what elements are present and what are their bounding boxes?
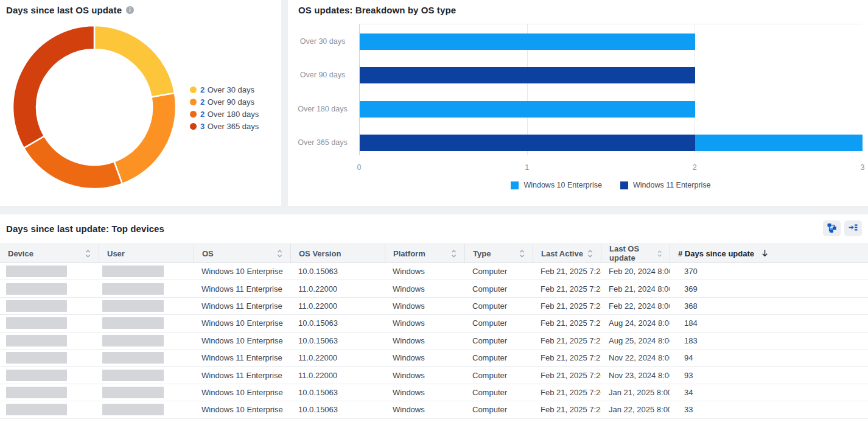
bar-segment[interactable] — [360, 101, 695, 118]
legend-label: Windows 10 Enterprise — [523, 181, 602, 189]
sort-desc-icon — [761, 249, 768, 258]
cell-os: Windows 10 Enterprise — [194, 401, 290, 418]
column-header-last-active[interactable]: Last Active — [533, 244, 601, 262]
column-header-platform[interactable]: Platform — [385, 244, 464, 262]
cell-os_version: 10.0.15063 — [290, 384, 385, 401]
bar-legend: Windows 10 EnterpriseWindows 11 Enterpri… — [359, 181, 863, 189]
column-header--days-since-update[interactable]: # Days since update — [670, 244, 868, 262]
table-title: Days since last update: Top devices — [6, 223, 164, 234]
column-header-os-version[interactable]: OS Version — [290, 244, 385, 262]
donut-legend-item[interactable]: 2 Over 30 days — [190, 83, 259, 96]
legend-swatch — [190, 123, 197, 130]
redacted-device-placeholder — [6, 404, 67, 415]
redacted-device-placeholder — [6, 317, 67, 329]
cell-days: 368 — [670, 298, 868, 314]
cell-last_os_update: Aug 24, 2024 8:00 AM — [601, 315, 670, 331]
hierarchy-view-button[interactable] — [823, 220, 841, 236]
legend-swatch — [620, 181, 628, 189]
cell-days: 369 — [670, 280, 868, 297]
cell-os_version: 10.0.15063 — [290, 401, 385, 418]
table-row[interactable]: Windows 11 Enterprise11.0.22000WindowsCo… — [0, 280, 868, 297]
donut-segment-0[interactable] — [94, 26, 175, 97]
redacted-user-placeholder — [102, 283, 164, 295]
column-label: Last OS update — [609, 244, 657, 262]
cell-last_active: Feb 21, 2025 7:27 PM — [533, 332, 601, 349]
cell-days: 34 — [670, 384, 868, 401]
table-row[interactable]: Windows 10 Enterprise10.0.15063WindowsCo… — [0, 384, 868, 401]
redacted-device-placeholder — [6, 370, 67, 381]
column-label: Device — [8, 249, 33, 258]
cell-days: 33 — [670, 401, 868, 418]
donut-segment-1[interactable] — [114, 93, 177, 184]
sort-icon — [519, 249, 525, 258]
bar-segment[interactable] — [695, 135, 863, 151]
cell-os_version: 11.0.22000 — [290, 350, 385, 366]
donut-legend-item[interactable]: 2 Over 180 days — [190, 108, 259, 120]
cell-days: 183 — [670, 332, 868, 349]
column-header-user[interactable]: User — [99, 244, 194, 262]
table-row[interactable]: Windows 11 Enterprise11.0.22000WindowsCo… — [0, 298, 868, 315]
x-tick-label: 3 — [861, 163, 865, 172]
cell-days: 94 — [670, 350, 868, 366]
bar-segment[interactable] — [360, 33, 695, 50]
cell-type: Computer — [464, 332, 533, 349]
column-header-type[interactable]: Type — [464, 244, 533, 262]
cell-last_os_update: Feb 22, 2024 8:00 AM — [601, 298, 670, 314]
donut-legend-item[interactable]: 2 Over 90 days — [190, 96, 259, 108]
donut-segment-2[interactable] — [24, 136, 122, 189]
table-row[interactable]: Windows 10 Enterprise10.0.15063WindowsCo… — [0, 263, 868, 280]
redacted-user-placeholder — [102, 266, 164, 277]
cell-last_active: Feb 21, 2025 7:27 PM — [533, 315, 601, 331]
cell-os_version: 10.0.15063 — [290, 263, 385, 280]
cell-platform: Windows — [385, 401, 464, 418]
cell-platform: Windows — [385, 367, 464, 383]
cell-os: Windows 11 Enterprise — [194, 298, 290, 314]
table-row[interactable]: Windows 10 Enterprise10.0.15063WindowsCo… — [0, 332, 868, 350]
cell-last_os_update: Feb 21, 2024 8:00 AM — [601, 280, 670, 297]
x-tick-label: 1 — [525, 163, 529, 172]
legend-text: 2 Over 30 days — [200, 84, 254, 95]
cell-os_version: 11.0.22000 — [290, 298, 385, 314]
bar-segment[interactable] — [360, 67, 695, 83]
cell-last_active: Feb 21, 2025 7:28 PM — [533, 298, 601, 314]
legend-swatch — [190, 86, 197, 93]
table-row[interactable]: Windows 10 Enterprise10.0.15063WindowsCo… — [0, 401, 868, 418]
bar-legend-item[interactable]: Windows 10 Enterprise — [511, 181, 602, 189]
sort-icon — [85, 249, 91, 258]
cell-type: Computer — [464, 280, 533, 297]
cell-platform: Windows — [385, 384, 464, 401]
table-row[interactable]: Windows 11 Enterprise11.0.22000WindowsCo… — [0, 367, 868, 384]
os-breakdown-bar-card: OS updates: Breakdown by OS type 0123Ove… — [288, 0, 868, 206]
cell-os_version: 11.0.22000 — [290, 280, 385, 297]
bar-legend-item[interactable]: Windows 11 Enterprise — [620, 181, 711, 189]
sort-icon — [657, 249, 662, 258]
top-devices-table-card: Days since last update: Top devices — [0, 214, 868, 422]
cell-type: Computer — [464, 384, 533, 401]
redacted-user-placeholder — [102, 352, 164, 364]
days-since-update-donut-card: Days since last OS update i 2 Over 30 da… — [0, 0, 281, 206]
cell-last_os_update: Feb 20, 2024 8:00 AM — [601, 263, 670, 280]
legend-swatch — [190, 99, 197, 105]
column-header-last-os-update[interactable]: Last OS update — [601, 244, 670, 262]
table-row[interactable]: Windows 11 Enterprise11.0.22000WindowsCo… — [0, 350, 868, 367]
redacted-device-placeholder — [6, 283, 67, 295]
column-header-device[interactable]: Device — [0, 244, 99, 262]
legend-swatch — [190, 111, 197, 118]
plot-border-top — [359, 24, 863, 24]
cell-days: 93 — [670, 367, 868, 383]
cell-last_active: Feb 21, 2025 7:28 PM — [533, 280, 601, 297]
bar-segment[interactable] — [360, 135, 695, 151]
legend-text: 2 Over 180 days — [200, 108, 259, 119]
redacted-device-placeholder — [6, 266, 67, 277]
donut-segment-3[interactable] — [13, 26, 94, 148]
redacted-user-placeholder — [102, 387, 164, 398]
cell-platform: Windows — [385, 350, 464, 366]
column-header-os[interactable]: OS — [194, 244, 290, 262]
sort-icon — [277, 249, 282, 258]
table-row[interactable]: Windows 10 Enterprise10.0.15063WindowsCo… — [0, 315, 868, 332]
legend-label: Windows 11 Enterprise — [633, 181, 711, 189]
bar-chart: 0123Over 30 daysOver 90 daysOver 180 day… — [288, 0, 868, 206]
donut-legend-item[interactable]: 3 Over 365 days — [190, 120, 259, 132]
cell-last_os_update: Nov 23, 2024 8:00 AM — [601, 367, 670, 383]
drill-to-list-button[interactable] — [844, 220, 862, 236]
